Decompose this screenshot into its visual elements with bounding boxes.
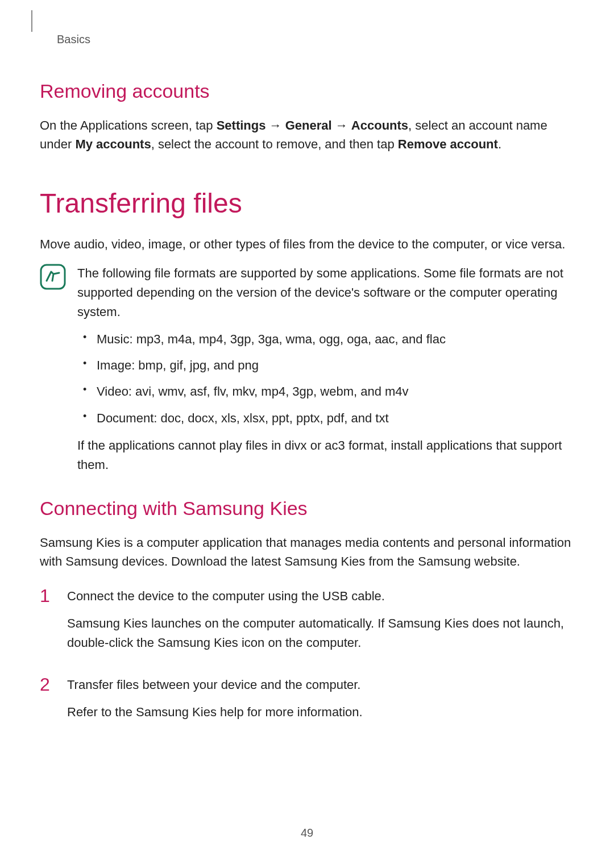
supported-formats-list: Music: mp3, m4a, mp4, 3gp, 3ga, wma, ogg… — [77, 330, 574, 427]
section-transferring-files: Transferring files Move audio, video, im… — [40, 188, 574, 475]
heading-transferring-files: Transferring files — [40, 188, 574, 219]
step-text: Transfer files between your device and t… — [67, 675, 574, 695]
step-2: 2 Transfer files between your device and… — [40, 675, 574, 730]
ui-path-accounts: Accounts — [351, 118, 408, 132]
step-body: Connect the device to the computer using… — [67, 587, 574, 661]
step-text: Refer to the Samsung Kies help for more … — [67, 703, 574, 722]
text-fragment: On the Applications screen, tap — [40, 118, 217, 132]
note-icon — [40, 264, 66, 475]
list-item: Video: avi, wmv, asf, flv, mkv, mp4, 3gp… — [91, 382, 574, 401]
step-body: Transfer files between your device and t… — [67, 675, 574, 730]
heading-connecting-kies: Connecting with Samsung Kies — [40, 497, 574, 520]
kies-intro: Samsung Kies is a computer application t… — [40, 533, 574, 571]
page-number: 49 — [0, 827, 614, 840]
ui-path-settings: Settings — [217, 118, 266, 132]
text-fragment: . — [498, 137, 501, 151]
step-number: 1 — [40, 587, 53, 661]
document-page: Basics Removing accounts On the Applicat… — [0, 0, 614, 868]
arrow-icon: → — [265, 118, 285, 132]
arrow-icon: → — [332, 118, 351, 132]
note-lead-text: The following file formats are supported… — [77, 264, 574, 322]
ui-path-general: General — [285, 118, 332, 132]
list-item: Document: doc, docx, xls, xlsx, ppt, ppt… — [91, 409, 574, 428]
step-1: 1 Connect the device to the computer usi… — [40, 587, 574, 661]
header-divider — [31, 10, 32, 32]
section-samsung-kies: Connecting with Samsung Kies Samsung Kie… — [40, 497, 574, 730]
step-text: Samsung Kies launches on the computer au… — [67, 614, 574, 653]
note-block: The following file formats are supported… — [40, 264, 574, 475]
step-number: 2 — [40, 675, 53, 730]
text-fragment: , select the account to remove, and then… — [151, 137, 398, 151]
ui-label-remove-account: Remove account — [398, 137, 498, 151]
removing-accounts-paragraph: On the Applications screen, tap Settings… — [40, 116, 574, 153]
note-content: The following file formats are supported… — [77, 264, 574, 475]
step-text: Connect the device to the computer using… — [67, 587, 574, 606]
note-trail-text: If the applications cannot play files in… — [77, 436, 574, 475]
ui-label-my-accounts: My accounts — [75, 137, 151, 151]
list-item: Image: bmp, gif, jpg, and png — [91, 356, 574, 375]
breadcrumb: Basics — [57, 17, 574, 46]
transferring-intro: Move audio, video, image, or other types… — [40, 235, 574, 254]
section-removing-accounts: Removing accounts On the Applications sc… — [40, 80, 574, 153]
list-item: Music: mp3, m4a, mp4, 3gp, 3ga, wma, ogg… — [91, 330, 574, 349]
heading-removing-accounts: Removing accounts — [40, 80, 574, 102]
